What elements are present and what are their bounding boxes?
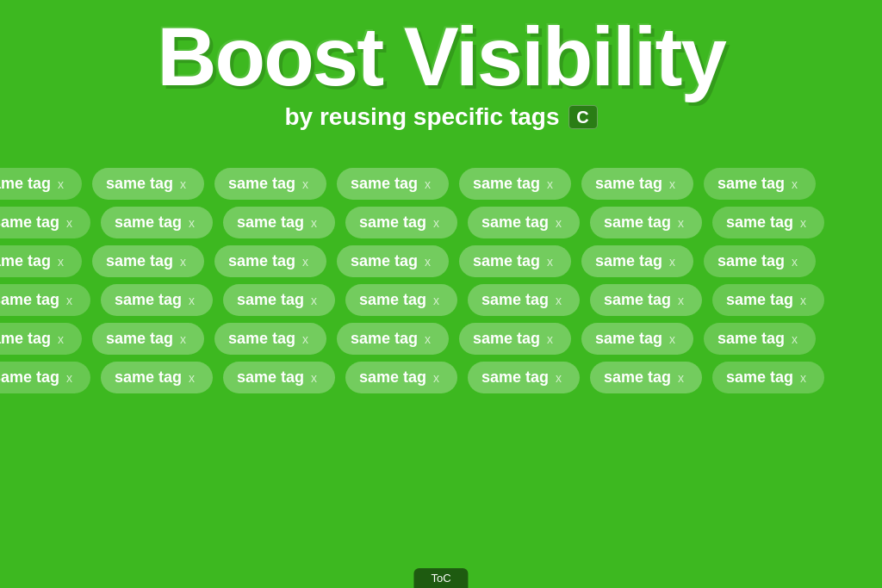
tag-chip[interactable]: same tagx — [345, 207, 457, 238]
tag-row-3: same tagx same tagx same tagx same tagx … — [0, 245, 882, 277]
tag-chip[interactable]: same tagx — [0, 168, 82, 200]
tag-chip[interactable]: same tagx — [101, 207, 213, 238]
tag-chip[interactable]: same tagx — [581, 168, 693, 200]
tag-chip[interactable]: same tagx — [459, 168, 571, 200]
tag-chip[interactable]: same tagx — [712, 284, 824, 316]
tag-chip[interactable]: same tagx — [92, 245, 204, 277]
tag-row-1: same tagx same tagx same tagx same tagx … — [0, 168, 882, 200]
tag-chip[interactable]: same tagx — [704, 245, 816, 277]
tag-chip[interactable]: same tagx — [345, 284, 457, 316]
header-section: Boost Visibility by reusing specific tag… — [0, 0, 882, 139]
tag-chip[interactable]: same tagx — [590, 207, 702, 238]
tag-chip[interactable]: same tagx — [581, 323, 693, 355]
tag-chip[interactable]: same tagx — [468, 284, 580, 316]
tag-chip[interactable]: same tagx — [214, 168, 326, 200]
toc-text: ToC — [431, 572, 450, 585]
camtasia-icon: C — [568, 105, 598, 129]
tag-chip[interactable]: same tagx — [0, 207, 90, 238]
tag-chip[interactable]: same tagx — [345, 362, 457, 393]
main-container: Boost Visibility by reusing specific tag… — [0, 0, 882, 588]
tag-row-4: same tagx same tagx same tagx same tagx … — [0, 284, 882, 316]
tag-chip[interactable]: same tagx — [337, 168, 449, 200]
tag-chip[interactable]: same tagx — [459, 245, 571, 277]
tag-chip[interactable]: same tagx — [0, 284, 90, 316]
tag-chip[interactable]: same tagx — [214, 323, 326, 355]
tag-chip[interactable]: same tagx — [590, 284, 702, 316]
tag-chip[interactable]: same tagx — [712, 207, 824, 238]
subtitle: by reusing specific tags C — [0, 103, 882, 131]
tag-row-5: same tagx same tagx same tagx same tagx … — [0, 323, 882, 355]
tag-chip[interactable]: same tagx — [92, 168, 204, 200]
tag-chip[interactable]: same tagx — [468, 207, 580, 238]
tag-chip[interactable]: same tagx — [101, 362, 213, 393]
tags-grid-area: same tagx same tagx same tagx same tagx … — [0, 159, 882, 588]
tag-chip[interactable]: same tagx — [468, 362, 580, 393]
tag-chip[interactable]: same tagx — [459, 323, 571, 355]
tag-chip[interactable]: same tagx — [223, 362, 335, 393]
tag-chip[interactable]: same tagx — [0, 245, 82, 277]
tag-chip[interactable]: same tagx — [214, 245, 326, 277]
subtitle-text: by reusing specific tags — [285, 103, 560, 131]
tag-chip[interactable]: same tagx — [712, 362, 824, 393]
tag-chip[interactable]: same tagx — [704, 168, 816, 200]
tag-chip[interactable]: same tagx — [223, 207, 335, 238]
tag-row-2: same tagx same tagx same tagx same tagx … — [0, 207, 882, 238]
tag-chip[interactable]: same tagx — [101, 284, 213, 316]
tag-chip[interactable]: same tagx — [337, 245, 449, 277]
tag-chip[interactable]: same tagx — [590, 362, 702, 393]
tag-chip[interactable]: same tagx — [581, 245, 693, 277]
tag-chip[interactable]: same tagx — [704, 323, 816, 355]
main-title: Boost Visibility — [0, 15, 882, 98]
toc-bar[interactable]: ToC — [413, 568, 468, 588]
tag-chip[interactable]: same tagx — [92, 323, 204, 355]
tag-chip[interactable]: same tagx — [337, 323, 449, 355]
tag-chip[interactable]: same tagx — [0, 323, 82, 355]
tag-chip[interactable]: same tagx — [0, 362, 90, 393]
tag-chip[interactable]: same tagx — [223, 284, 335, 316]
tag-row-6: same tagx same tagx same tagx same tagx … — [0, 362, 882, 393]
